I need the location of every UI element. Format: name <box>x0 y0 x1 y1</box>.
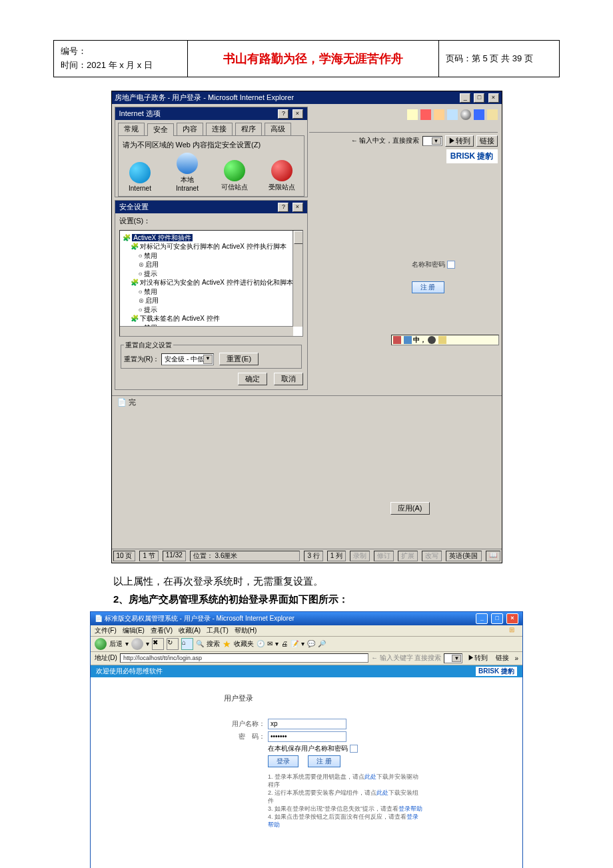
shield-icon[interactable] <box>420 109 431 120</box>
apply-button[interactable]: 应用(A) <box>390 502 430 515</box>
notes-icon[interactable] <box>407 109 418 120</box>
page-label: 页码：第 5 页 共 39 页 <box>446 53 533 63</box>
search-combo[interactable] <box>444 653 462 663</box>
register-button[interactable]: 注 册 <box>412 281 444 293</box>
back-icon[interactable] <box>95 638 107 650</box>
print-icon[interactable]: 🖨 <box>281 640 288 647</box>
print-icon[interactable] <box>447 109 458 120</box>
maximize-icon[interactable]: □ <box>474 93 484 103</box>
close-icon[interactable]: × <box>506 613 518 624</box>
help-icon[interactable]: ? <box>278 203 289 212</box>
windows-flag-icon: ⊞ <box>509 626 514 633</box>
tab-security[interactable]: 安全 <box>147 123 174 136</box>
help-icon[interactable]: ? <box>278 109 289 119</box>
minimize-icon[interactable]: _ <box>476 613 488 624</box>
favorites-icon[interactable]: ★ <box>223 639 231 649</box>
radio-disable[interactable]: 禁用 <box>139 252 158 259</box>
ime-status: 中， <box>391 335 499 345</box>
ok-button[interactable]: 确定 <box>238 373 267 385</box>
spellcheck-icon[interactable]: 📖 <box>486 551 500 561</box>
menu-favorites[interactable]: 收藏(A) <box>179 627 201 634</box>
login-button[interactable]: 登录 <box>268 755 299 767</box>
username-input[interactable]: xp <box>268 719 346 729</box>
cancel-button[interactable]: 取消 <box>274 373 303 385</box>
stop-icon[interactable]: ✖ <box>152 638 164 650</box>
settings-tree[interactable]: 🧩 ActiveX 控件和插件 🧩 对标记为可安全执行脚本的 ActiveX 控… <box>119 230 303 337</box>
register-button[interactable]: 注 册 <box>308 755 340 767</box>
home-icon[interactable]: ⌂ <box>181 638 193 650</box>
window-title: 标准版交易权属管理系统 - 用户登录 - Microsoft Internet … <box>105 615 295 622</box>
screenshot-ie-login: 📄 标准版交易权属管理系统 - 用户登录 - Microsoft Interne… <box>90 611 523 868</box>
mail-icon[interactable]: ✉ <box>267 640 273 647</box>
search-icon[interactable]: 🔍 <box>196 640 204 647</box>
header-table: 编号： 时间：2021 年 x 月 x 日 书山有路勤为径，学海无涯苦作舟 页码… <box>53 40 560 77</box>
menu-tools[interactable]: 工具(T) <box>207 627 229 634</box>
history-icon[interactable]: 🕘 <box>257 640 265 647</box>
tab-content[interactable]: 内容 <box>177 123 203 135</box>
paw-icon[interactable] <box>487 109 498 120</box>
reset-label: 重置为(R)： <box>124 355 160 363</box>
remember-checkbox[interactable] <box>350 745 358 753</box>
close-icon[interactable]: × <box>293 203 303 212</box>
minimize-icon[interactable]: _ <box>460 93 470 103</box>
address-label: 地址(D) <box>95 653 117 663</box>
menu-help[interactable]: 帮助(H) <box>235 627 257 634</box>
welcome-text: 欢迎使用必特思维软件 <box>96 667 163 676</box>
reset-level-combo[interactable]: 安全级 - 中低 <box>161 353 214 365</box>
check-icon <box>224 160 245 181</box>
zone-trusted[interactable]: 可信站点 <box>217 160 253 192</box>
tab-general[interactable]: 常规 <box>118 123 145 135</box>
horizontal-scrollbar[interactable] <box>120 326 293 336</box>
close-icon[interactable]: × <box>293 109 303 119</box>
radio-disable[interactable]: 禁用 <box>139 288 158 295</box>
edit-icon[interactable]: 📝 <box>291 640 299 647</box>
close-icon[interactable]: × <box>488 93 499 103</box>
brand-brisk: BRISK 捷豹 <box>476 667 517 676</box>
menu-view[interactable]: 查看(V) <box>151 627 173 634</box>
links-button[interactable]: 链接 <box>493 653 512 663</box>
tab-connections[interactable]: 连接 <box>206 123 233 135</box>
search-history-combo[interactable] <box>422 136 442 146</box>
outer-window-title: 房地产电子政务 - 用户登录 - Microsoft Internet Expl… <box>115 93 295 103</box>
restrict-icon <box>271 160 293 181</box>
save-creds-checkbox[interactable] <box>447 261 455 269</box>
mail-icon[interactable] <box>434 109 444 120</box>
radio-prompt[interactable]: 提示 <box>139 270 158 277</box>
links-button[interactable]: 链接 <box>476 135 498 147</box>
reset-button[interactable]: 重置(E) <box>219 353 259 365</box>
discuss-icon[interactable]: 💬 <box>307 640 315 647</box>
radio-enable[interactable]: 启用 <box>139 297 159 304</box>
go-button[interactable]: ▶转到 <box>465 653 490 663</box>
tab-advanced[interactable]: 高级 <box>265 123 291 135</box>
zone-internet[interactable]: Internet <box>123 162 158 192</box>
word-statusbar: 10 页 1 节 11/32 位置： 3.6厘米 3 行 1 列 录制 修订 扩… <box>112 549 502 563</box>
globe-icon[interactable] <box>460 109 471 120</box>
login-title: 用户登录 <box>224 693 424 706</box>
tab-strip: 常规 安全 内容 连接 程序 高级 <box>115 120 307 135</box>
refresh-icon[interactable]: ↻ <box>167 638 179 650</box>
maximize-icon[interactable]: □ <box>491 613 503 624</box>
research-icon[interactable]: 🔎 <box>318 640 326 647</box>
password-input[interactable]: ••••••• <box>268 731 346 742</box>
tree-item-unsafe-init: 对没有标记为安全的 ActiveX 控件进行初始化和脚本 <box>140 279 293 286</box>
address-input[interactable]: http://localhost/tt/inc/login.asp <box>120 653 368 663</box>
forward-icon[interactable] <box>131 638 143 650</box>
vertical-scrollbar[interactable] <box>293 231 303 327</box>
tab-programs[interactable]: 程序 <box>235 123 262 135</box>
menu-edit[interactable]: 编辑(E) <box>123 627 145 634</box>
tree-root-activex: ActiveX 控件和插件 <box>132 234 193 241</box>
settings-label: 设置(S)： <box>115 213 307 226</box>
address-hint: ← 输入关键字 直接搜索 <box>371 653 442 663</box>
remember-label: 在本机保存用户名称和密码 <box>268 744 348 753</box>
intranet-icon <box>177 153 198 174</box>
zone-restricted[interactable]: 受限站点 <box>265 160 300 192</box>
zone-intranet[interactable]: 本地 Intranet <box>170 153 205 192</box>
go-button[interactable]: ▶转到 <box>445 135 474 147</box>
menu-file[interactable]: 文件(F) <box>95 627 117 634</box>
address-hint: ← 输入中文，直接搜索 <box>351 136 420 145</box>
radio-prompt[interactable]: 提示 <box>139 306 158 313</box>
messenger-icon[interactable] <box>474 109 484 120</box>
tree-item-safe-script: 对标记为可安全执行脚本的 ActiveX 控件执行脚本 <box>140 243 286 250</box>
bianhao-label: 编号： <box>61 46 87 56</box>
radio-enable[interactable]: 启用 <box>139 261 159 268</box>
